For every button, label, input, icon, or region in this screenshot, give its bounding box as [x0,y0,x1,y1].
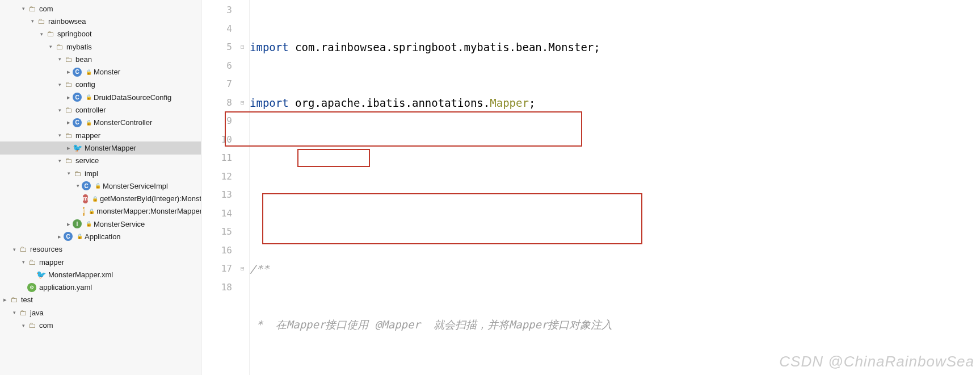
line-number: 8 [201,94,232,113]
lock-icon: 🔒 [89,209,95,214]
fold-icon[interactable]: ⊟ [241,38,245,57]
expand-arrow-icon[interactable] [65,119,73,127]
folder-icon [27,321,36,330]
expand-arrow-icon[interactable] [19,258,27,266]
expand-arrow-icon[interactable] [19,322,27,330]
tree-item-monstermapper-monstermapper[interactable]: 🔒monsterMapper:MonsterMapper [0,205,201,218]
expand-arrow-icon[interactable] [74,182,82,190]
folder-icon [18,308,27,317]
tree-item-rainbowsea[interactable]: rainbowsea [0,15,201,27]
class-c-icon [73,68,82,77]
line-number: 12 [201,168,232,186]
expand-arrow-icon[interactable] [65,68,73,76]
tree-item-label: MonsterMapper.xml [48,270,113,279]
lock-icon: 🔒 [92,196,98,202]
tree-item-monstermapper-xml[interactable]: MonsterMapper.xml [0,268,201,281]
expand-arrow-icon[interactable] [56,55,64,63]
code-editor[interactable]: 3456789101112131415161718 ⊟import com.ra… [201,0,980,375]
expand-arrow-icon[interactable] [10,245,18,253]
class-c-icon [64,232,73,241]
tree-item-resources[interactable]: resources [0,243,201,256]
tree-item-config[interactable]: config [0,78,201,91]
tree-item-application[interactable]: 🔒Application [0,230,201,243]
tree-item-label: mapper [39,258,64,266]
pkg-icon [64,80,73,89]
expand-arrow-icon[interactable] [56,106,64,114]
line-number: 16 [201,241,232,260]
tree-item-test[interactable]: test [0,294,201,306]
project-tree[interactable]: comrainbowseaspringbootmybatisbean🔒Monst… [0,0,201,375]
expand-arrow-icon[interactable] [56,232,64,240]
code-line-7: ⊟/** [250,260,980,278]
expand-arrow-icon[interactable] [65,93,73,101]
expand-arrow-icon[interactable] [56,131,64,139]
tree-item-monster[interactable]: 🔒Monster [0,65,201,78]
tree-item-label: java [30,309,44,317]
fold-icon[interactable]: ⊟ [241,94,245,113]
expand-arrow-icon[interactable] [1,296,9,304]
tree-item-mapper[interactable]: mapper [0,256,201,268]
line-number: 14 [201,205,232,223]
tree-item-com[interactable]: com [0,2,201,15]
tree-item-monstermapper[interactable]: MonsterMapper [0,141,201,154]
expand-arrow-icon [28,270,36,278]
expand-arrow-icon[interactable] [65,220,73,228]
expand-arrow-icon[interactable] [28,17,36,25]
lock-icon: 🔒 [86,69,92,75]
tree-item-mybatis[interactable]: mybatis [0,40,201,53]
tree-item-label: monsterMapper:MonsterMapper [96,207,201,215]
tree-item-mapper[interactable]: mapper [0,129,201,141]
fold-icon[interactable]: ⊟ [241,260,245,278]
fold-icon[interactable]: ⊟ [241,370,245,375]
tree-item-getmonsterbyid-integer--monster[interactable]: 🔒getMonsterById(Integer):Monster [0,192,201,205]
folder-icon [18,245,27,254]
expand-arrow-icon[interactable] [65,144,73,152]
expand-arrow-icon[interactable] [65,169,73,177]
tree-item-label: service [75,156,99,165]
code-line-8: * 在Mapper接口使用 @Mapper 就会扫描，并将Mapper接口对象注… [250,315,980,334]
tree-item-label: application.yaml [39,283,92,291]
code-area[interactable]: ⊟import com.rainbowsea.springboot.mybati… [250,0,980,375]
tree-item-label: mybatis [66,43,92,51]
expand-arrow-icon[interactable] [47,43,54,51]
tree-item-bean[interactable]: bean [0,53,201,65]
expand-arrow-icon[interactable] [37,30,45,38]
expand-arrow-icon[interactable] [19,5,27,13]
tree-item-service[interactable]: service [0,155,201,167]
tree-item-label: bean [75,55,92,64]
expand-arrow-icon[interactable] [10,309,18,316]
bird-icon [73,143,82,152]
tree-item-monsterservice[interactable]: 🔒MonsterService [0,218,201,230]
tree-item-application-yaml[interactable]: application.yaml [0,281,201,294]
expand-arrow-icon[interactable] [56,81,64,89]
tree-item-label: rainbowsea [48,17,86,26]
line-number: 5 [201,38,232,57]
yaml-icon [27,283,36,292]
tree-item-com[interactable]: com [0,319,201,331]
tree-item-monsterserviceimpl[interactable]: 🔒MonsterServiceImpl [0,180,201,192]
meth-m-icon [83,194,88,203]
line-number: 4 [201,20,232,39]
tree-item-impl[interactable]: impl [0,167,201,180]
tree-item-label: Monster [94,68,120,76]
pkg-icon [64,131,73,140]
line-number: 17 [201,260,232,278]
tree-item-label: mapper [75,131,100,140]
line-number: 6 [201,57,232,76]
tree-item-controller[interactable]: controller [0,103,201,116]
tree-item-label: com [39,321,53,330]
code-line-5 [250,149,980,168]
code-line-4: ⊟import org.apache.ibatis.annotations.Ma… [250,94,980,113]
tree-item-springboot[interactable]: springboot [0,28,201,40]
tree-item-label: impl [85,169,98,178]
pkg-icon [64,156,73,165]
tree-item-monstercontroller[interactable]: 🔒MonsterController [0,116,201,129]
tree-item-druiddatasourceconfig[interactable]: 🔒DruidDataSourceConfig [0,91,201,103]
iface-i-icon [73,219,82,228]
tree-item-label: DruidDataSourceConfig [94,93,171,102]
class-c-icon [73,93,82,102]
tree-item-label: config [75,80,95,89]
tree-item-label: Application [85,232,121,241]
expand-arrow-icon[interactable] [56,157,64,165]
tree-item-java[interactable]: java [0,306,201,319]
